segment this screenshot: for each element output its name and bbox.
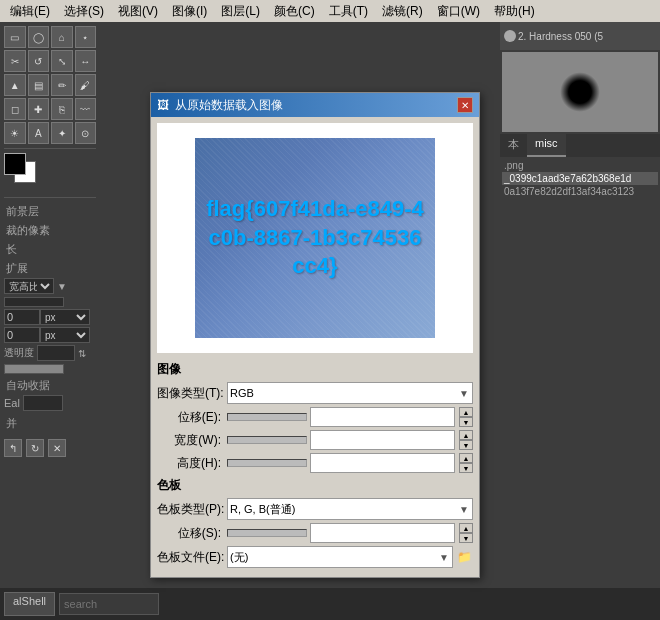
auto-label: 自动收据 [4, 376, 96, 395]
tool-path[interactable]: ✦ [51, 122, 73, 144]
palette-offset-down-btn[interactable]: ▼ [459, 533, 473, 543]
bottom-btn-2[interactable]: ↻ [26, 439, 44, 457]
taskbar: alShell [0, 588, 660, 620]
tool-wand[interactable]: ⋆ [75, 26, 97, 48]
palette-offset-slider[interactable] [227, 529, 307, 537]
width-ratio-select[interactable]: 宽高比 [4, 278, 54, 294]
menu-filter[interactable]: 滤镜(R) [376, 1, 429, 22]
tab-misc[interactable]: misc [527, 134, 566, 157]
height-slider[interactable] [227, 459, 307, 467]
height-down-btn[interactable]: ▼ [459, 463, 473, 473]
palette-file-select[interactable]: (无) [227, 546, 453, 568]
menu-bar: 编辑(E) 选择(S) 视图(V) 图像(I) 图层(L) 颜色(C) 工具(T… [0, 0, 660, 22]
image-type-select-wrap: RGB ▼ [227, 382, 473, 404]
palette-file-label: 色板文件(E): [157, 549, 227, 566]
file-item-1[interactable]: .png [502, 159, 658, 172]
tool-brush[interactable]: 🖌 [75, 74, 97, 96]
width-slider[interactable] [227, 436, 307, 444]
taskbar-search-input[interactable] [59, 593, 159, 615]
brush-preview-dot [504, 30, 516, 42]
file-item-2[interactable]: _0399c1aad3e7a62b368e1d [502, 172, 658, 185]
menu-image[interactable]: 图像(I) [166, 1, 213, 22]
bottom-btn-1[interactable]: ↰ [4, 439, 22, 457]
offset-slider[interactable] [227, 413, 307, 421]
unit-select-2[interactable]: px [40, 327, 90, 343]
tool-pencil[interactable]: ✏ [51, 74, 73, 96]
tool-gradient[interactable]: ▤ [28, 74, 50, 96]
offset-up-btn[interactable]: ▲ [459, 407, 473, 417]
palette-type-select[interactable]: R, G, B(普通) [227, 498, 473, 520]
opacity-slider[interactable] [4, 364, 64, 374]
menu-view[interactable]: 视图(V) [112, 1, 164, 22]
y-field[interactable] [4, 327, 40, 343]
tool-eraser[interactable]: ◻ [4, 98, 26, 120]
tool-heal[interactable]: ✚ [28, 98, 50, 120]
bottom-btn-3[interactable]: ✕ [48, 439, 66, 457]
tab-ben[interactable]: 本 [500, 134, 527, 157]
tool-select-ellipse[interactable]: ◯ [28, 26, 50, 48]
x-field[interactable] [4, 309, 40, 325]
width-down-btn[interactable]: ▼ [459, 440, 473, 450]
blend-bar[interactable] [23, 395, 63, 411]
height-spinner[interactable]: ▲ ▼ [459, 453, 473, 473]
brush-circle [560, 72, 600, 112]
crop-pixels-label: 裁的像素 [4, 221, 96, 240]
menu-tools[interactable]: 工具(T) [323, 1, 374, 22]
width-ratio-row: 宽高比 ▼ [4, 278, 96, 294]
tool-lasso[interactable]: ⌂ [51, 26, 73, 48]
width-up-btn[interactable]: ▲ [459, 430, 473, 440]
offset-down-btn[interactable]: ▼ [459, 417, 473, 427]
menu-help[interactable]: 帮助(H) [488, 1, 541, 22]
dialog-close-button[interactable]: ✕ [457, 97, 473, 113]
tool-crop[interactable]: ✂ [4, 50, 26, 72]
tool-dodge[interactable]: ☀ [4, 122, 26, 144]
height-input[interactable]: 350 [310, 453, 455, 473]
tool-select-rect[interactable]: ▭ [4, 26, 26, 48]
tool-flip[interactable]: ↔ [75, 50, 97, 72]
menu-layer[interactable]: 图层(L) [215, 1, 266, 22]
color-picker[interactable] [4, 153, 52, 193]
tool-clone[interactable]: ⎘ [51, 98, 73, 120]
palette-offset-input[interactable]: 0 [310, 523, 455, 543]
tool-bucket[interactable]: ▲ [4, 74, 26, 96]
scroll-row [4, 297, 96, 307]
load-image-dialog[interactable]: 🖼 从原始数据载入图像 ✕ flag{607f41da-e849-4c0b-88… [150, 92, 480, 578]
dialog-body: flag{607f41da-e849-4c0b-8867-1b3c74536cc… [151, 117, 479, 577]
palette-offset-spinner[interactable]: ▲ ▼ [459, 523, 473, 543]
unit-select-1[interactable]: px [40, 309, 90, 325]
palette-offset-up-btn[interactable]: ▲ [459, 523, 473, 533]
menu-window[interactable]: 窗口(W) [431, 1, 486, 22]
opacity-spinner[interactable]: ⇅ [78, 348, 86, 359]
tool-scale[interactable]: ⤡ [51, 50, 73, 72]
image-type-select[interactable]: RGB [227, 382, 473, 404]
width-input[interactable]: 352 [310, 430, 455, 450]
merge-label: 并 [4, 414, 96, 433]
menu-color[interactable]: 颜色(C) [268, 1, 321, 22]
tool-row-4: ◻ ✚ ⎘ 〰 [4, 98, 96, 120]
palette-file-browse-icon[interactable]: 📁 [455, 548, 473, 566]
expand-label: 扩展 [4, 259, 96, 278]
tool-rotate[interactable]: ↺ [28, 50, 50, 72]
foreground-color[interactable] [4, 153, 26, 175]
offset-input[interactable]: 0 [310, 407, 455, 427]
palette-type-row: 色板类型(P): R, G, B(普通) ▼ [157, 498, 473, 520]
image-type-input-wrap: RGB ▼ [227, 382, 473, 404]
tool-eyedrop[interactable]: ⊙ [75, 122, 97, 144]
file-item-3[interactable]: 0a13f7e82d2df13af34ac3123 [502, 185, 658, 198]
file-list: .png _0399c1aad3e7a62b368e1d 0a13f7e82d2… [500, 157, 660, 200]
width-spinner[interactable]: ▲ ▼ [459, 430, 473, 450]
image-preview-area: flag{607f41da-e849-4c0b-8867-1b3c74536cc… [157, 123, 473, 353]
palette-offset-row: 位移(S): 0 ▲ ▼ [157, 523, 473, 543]
hardness-label: 2. Hardness 050 (5 [518, 31, 603, 42]
offset-spinner[interactable]: ▲ ▼ [459, 407, 473, 427]
opacity-input[interactable]: 50.0 [37, 345, 75, 361]
height-up-btn[interactable]: ▲ [459, 453, 473, 463]
scroll-bar[interactable] [4, 297, 64, 307]
menu-select[interactable]: 选择(S) [58, 1, 110, 22]
taskbar-shell-button[interactable]: alShell [4, 592, 55, 616]
tool-smudge[interactable]: 〰 [75, 98, 97, 120]
tool-text[interactable]: A [28, 122, 50, 144]
tool-row-3: ▲ ▤ ✏ 🖌 [4, 74, 96, 96]
bottom-icons-row: ↰ ↻ ✕ [4, 439, 96, 457]
menu-edit[interactable]: 编辑(E) [4, 1, 56, 22]
